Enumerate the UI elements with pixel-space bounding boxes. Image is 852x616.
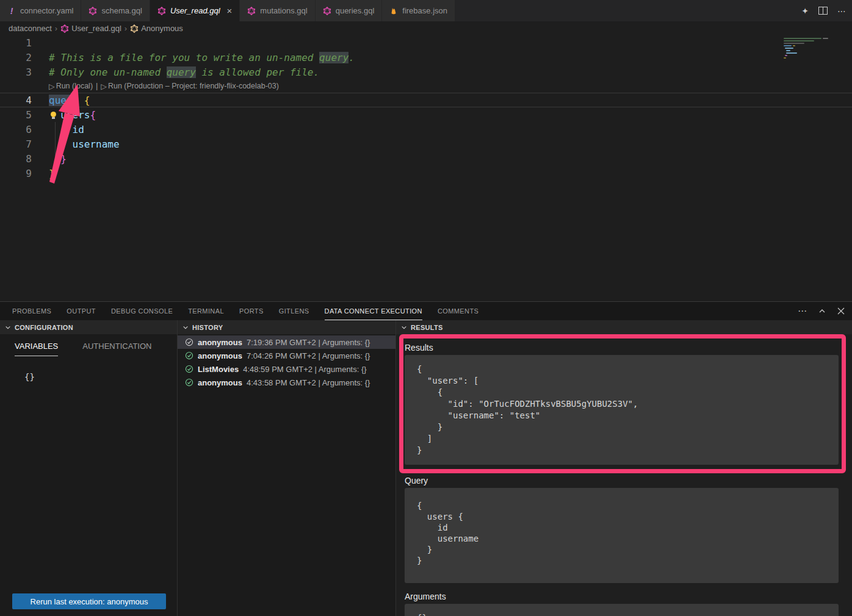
panel-tab-comments[interactable]: COMMENTS [438, 302, 478, 320]
code-line-1: 1 [0, 35, 852, 50]
line-number: 1 [0, 37, 32, 49]
code-editor[interactable]: 12# This is a file for you to write an u… [0, 35, 852, 301]
code-text: id [49, 124, 84, 135]
code-text: # This is a file for you to write an un-… [49, 52, 355, 63]
indent-guide [55, 122, 56, 137]
results-pane: RESULTS Results { "users": [ { "id": "Or… [396, 320, 852, 616]
query-text: { users { id username } } [417, 500, 831, 566]
history-item[interactable]: ListMovies4:48:59 PM GMT+2 | Arguments: … [178, 362, 395, 376]
chevron-down-icon [5, 324, 11, 331]
code-text: # Only one un-named query is allowed per… [49, 66, 319, 78]
panel-maximize-icon[interactable] [818, 307, 826, 315]
run-icon: ▷ [101, 82, 107, 91]
code-line-7: 7 username [0, 137, 852, 151]
more-actions-icon[interactable]: ⋯ [837, 6, 846, 16]
panel-tab-output[interactable]: OUTPUT [67, 302, 96, 320]
code-line-4: 4query { [0, 93, 852, 107]
history-pane: HISTORY anonymous7:19:36 PM GMT+2 | Argu… [178, 320, 396, 616]
codelens-label: Run (Production – Project: friendly-flix… [108, 82, 279, 90]
tab-queries-gql[interactable]: queries.gql [316, 0, 383, 21]
success-check-icon [185, 378, 193, 387]
lightbulb-icon[interactable] [51, 112, 56, 117]
line-number: 7 [0, 138, 32, 150]
graphql-icon [247, 7, 256, 15]
history-operation-name: anonymous [198, 338, 242, 347]
code-text: query { [49, 95, 90, 106]
arguments-box: {} [405, 604, 839, 616]
minimap[interactable] [782, 35, 850, 87]
tab-user-read-gql[interactable]: User_read.gql× [150, 0, 240, 21]
tab-firebase-json[interactable]: firebase.json [382, 0, 455, 21]
breadcrumb-item-dataconnect[interactable]: dataconnect [9, 24, 52, 33]
success-check-icon [185, 351, 193, 360]
execution-results-webview: Results { "users": [ { "id": "OrTucFODZH… [396, 334, 852, 616]
history-item[interactable]: anonymous4:43:58 PM GMT+2 | Arguments: {… [178, 376, 395, 389]
copilot-sparkle-icon[interactable]: ✦ [801, 6, 809, 16]
line-number: 5 [0, 109, 32, 121]
variables-value[interactable]: {} [24, 372, 177, 382]
code-text: } [49, 153, 67, 165]
config-tab-variables[interactable]: VARIABLES [15, 342, 58, 356]
panel-tab-ports[interactable]: PORTS [239, 302, 264, 320]
run-local-link[interactable]: ▷Run (local) [49, 82, 93, 91]
bottom-panel: PROBLEMSOUTPUTDEBUG CONSOLETERMINALPORTS… [0, 301, 852, 616]
results-section-header[interactable]: RESULTS [396, 320, 852, 334]
codelens-separator: | [96, 82, 98, 90]
breadcrumb-item-user-read-gql[interactable]: User_read.gql [60, 24, 121, 33]
configuration-section-label: CONFIGURATION [15, 324, 73, 331]
tab-schema-gql[interactable]: schema.gql [81, 0, 150, 21]
warning-icon: ! [7, 7, 16, 15]
results-label: Results [405, 343, 839, 353]
breadcrumb-separator: › [55, 24, 57, 33]
panel-tab-gitlens[interactable]: GITLENS [279, 302, 309, 320]
indent-guide [55, 151, 56, 166]
rerun-last-execution-button[interactable]: Rerun last execution: anonymous [12, 593, 166, 609]
panel-tab-terminal[interactable]: TERMINAL [188, 302, 224, 320]
breadcrumb-item-anonymous[interactable]: Anonymous [130, 24, 183, 33]
code-line-9: 9} [0, 166, 852, 181]
history-item[interactable]: anonymous7:19:36 PM GMT+2 | Arguments: {… [178, 335, 395, 349]
breadcrumb-label: User_read.gql [71, 24, 121, 33]
line-number: 3 [0, 66, 32, 78]
line-number: 9 [0, 168, 32, 179]
breadcrumb-label: Anonymous [141, 24, 183, 33]
run-production-link[interactable]: ▷Run (Production – Project: friendly-fli… [101, 82, 279, 91]
indent-guide [55, 137, 56, 151]
success-check-icon [185, 365, 193, 373]
panel-tab-data-connect-execution[interactable]: DATA CONNECT EXECUTION [325, 302, 422, 320]
chevron-down-icon [182, 324, 189, 331]
tab-label: mutations.gql [260, 6, 307, 15]
results-json-box: { "users": [ { "id": "OrTucFODZHTksvBSBU… [405, 355, 839, 465]
panel-tab-problems[interactable]: PROBLEMS [12, 302, 51, 320]
code-text: } [49, 168, 55, 179]
tab-close-icon[interactable]: × [227, 6, 233, 15]
results-block: Results { "users": [ { "id": "OrTucFODZH… [400, 338, 839, 473]
results-json: { "users": [ { "id": "OrTucFODZHTksvBSBU… [417, 364, 831, 456]
codelens-label: Run (local) [56, 82, 93, 90]
code-line-3: 3# Only one un-named query is allowed pe… [0, 65, 852, 79]
history-detail: 4:43:58 PM GMT+2 | Arguments: {} [247, 378, 370, 387]
arguments-label: Arguments [405, 592, 839, 601]
code-line-6: 6 id [0, 122, 852, 137]
history-operation-name: anonymous [198, 378, 242, 387]
split-editor-icon[interactable] [818, 7, 828, 15]
graphql-icon [157, 7, 166, 15]
code-line-5: 5 users{ [0, 107, 852, 122]
graphql-icon [323, 7, 331, 15]
codelens-row: ▷Run (local)|▷Run (Production – Project:… [0, 79, 852, 93]
graphql-icon [60, 24, 69, 33]
tab-mutations-gql[interactable]: mutations.gql [240, 0, 315, 21]
code-line-8: 8 } [0, 151, 852, 166]
history-item[interactable]: anonymous7:04:26 PM GMT+2 | Arguments: {… [178, 349, 395, 362]
graphql-icon [88, 7, 97, 15]
tab-connector-yaml[interactable]: !connector.yaml [0, 0, 81, 21]
panel-tab-debug-console[interactable]: DEBUG CONSOLE [111, 302, 173, 320]
panel-close-icon[interactable] [837, 307, 845, 315]
panel-more-actions-icon[interactable]: ⋯ [798, 306, 807, 317]
results-section-label: RESULTS [411, 324, 443, 331]
config-tab-authentication[interactable]: AUTHENTICATION [82, 342, 151, 356]
tab-label: User_read.gql [170, 6, 220, 15]
history-section-header[interactable]: HISTORY [178, 320, 395, 334]
breadcrumb-separator: › [125, 24, 127, 33]
configuration-section-header[interactable]: CONFIGURATION [0, 320, 177, 334]
